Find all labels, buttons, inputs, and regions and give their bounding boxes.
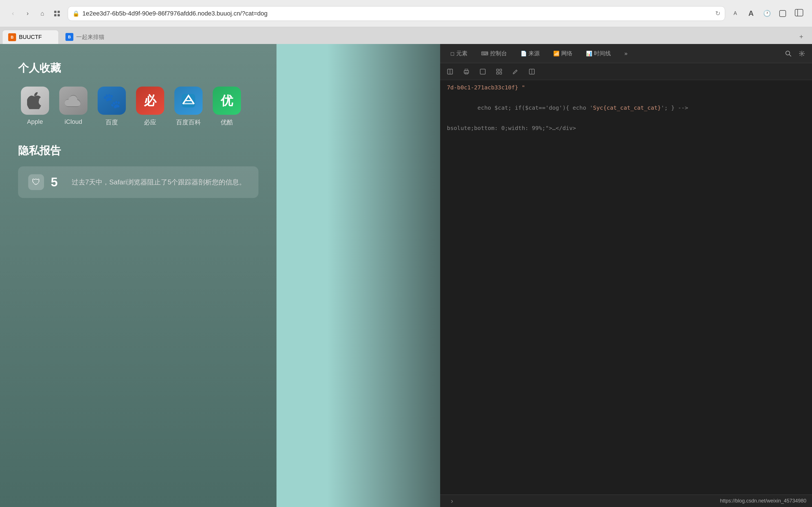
svg-point-20 [786, 51, 790, 55]
tab-bar: B BUUCTF B 一起来排猫 + [0, 27, 812, 44]
devtools-tab-more[interactable]: » [619, 48, 633, 59]
svg-rect-5 [795, 9, 803, 16]
tab-bar-right: + [795, 31, 812, 44]
status-bar: › https://blog.csdn.net/weixin_45734980 [440, 495, 812, 507]
bookmark-label-icloud: iCloud [65, 118, 82, 125]
address-bar-container[interactable]: 🔒 ↻ [68, 6, 725, 21]
devtools-search-button[interactable] [783, 48, 794, 59]
svg-line-21 [789, 54, 791, 56]
font-large-button[interactable]: A [745, 8, 757, 19]
tab-bar-left: B BUUCTF B 一起来排猫 [0, 30, 116, 44]
bookmark-icon-baidu: 🐾 [98, 87, 126, 115]
new-tab-button[interactable]: + [795, 31, 808, 43]
svg-rect-28 [480, 69, 485, 74]
more-tab-label: » [625, 50, 628, 57]
privacy-card: 🛡 5 过去7天中，Safari浏览器阻止了5个跟踪器剖析您的信息。 [18, 166, 259, 198]
bookmark-youku[interactable]: 优 优酷 [210, 87, 244, 127]
devtools-action-buttons [783, 48, 808, 59]
devtools-layout-btn1[interactable] [477, 66, 488, 77]
privacy-shield-icon: 🔒 [72, 10, 79, 17]
bookmark-label-biyao: 必应 [144, 118, 156, 127]
devtools-edit-btn[interactable] [510, 66, 521, 77]
privacy-description: 过去7天中，Safari浏览器阻止了5个跟踪器剖析您的信息。 [72, 178, 248, 187]
devtools-panel: ◻ 元素 ⌨ 控制台 📄 来源 📶 网络 📊 时间线 » [440, 44, 812, 507]
svg-rect-32 [500, 72, 502, 74]
privacy-section-title: 隐私报告 [18, 144, 259, 158]
tab-favicon-buuctf: B [8, 33, 16, 41]
devtools-split-btn[interactable] [527, 66, 537, 77]
bookmark-icon-baidubaike [174, 87, 203, 115]
url-input[interactable] [83, 10, 712, 17]
svg-point-22 [801, 53, 803, 54]
svg-rect-30 [500, 69, 502, 71]
tab-buuctf[interactable]: B BUUCTF [2, 30, 59, 44]
bookmark-apple[interactable]: Apple [18, 87, 52, 127]
browser-actions: A A 🕐 [729, 7, 805, 20]
svg-rect-31 [497, 72, 498, 74]
bookmark-label-youku: 优酷 [221, 118, 233, 127]
svg-rect-0 [54, 11, 56, 13]
tab-favicon-yiqilaipai: B [65, 33, 73, 41]
console-tab-icon: ⌨ [481, 51, 488, 57]
browser-page: 个人收藏 Apple [0, 44, 440, 507]
svg-rect-24 [449, 69, 451, 74]
svg-rect-2 [54, 14, 56, 16]
new-tab-panel: 个人收藏 Apple [0, 44, 276, 507]
devtools-tab-sources[interactable]: 📄 来源 [515, 47, 545, 59]
share-button[interactable] [777, 8, 788, 19]
devtools-secondary-toolbar [440, 63, 812, 80]
reload-button[interactable]: ↻ [715, 10, 720, 17]
code-line-1: 7d-b0c1-271acb33c10f} " [440, 82, 812, 93]
bookmark-label-apple: Apple [27, 118, 43, 125]
devtools-print-btn[interactable] [461, 66, 472, 77]
tab-yiqilaipai[interactable]: B 一起来排猫 [60, 30, 116, 44]
devtools-tab-elements[interactable]: ◻ 元素 [445, 47, 473, 59]
privacy-count: 5 [51, 175, 65, 189]
timeline-tab-icon: 📊 [586, 51, 592, 57]
network-tab-icon: 📶 [553, 51, 559, 57]
browser-chrome: ‹ › ⌂ 🔒 ↻ A A 🕐 [0, 0, 812, 27]
bookmark-biyao[interactable]: 必 必应 [133, 87, 167, 127]
main-content: 个人收藏 Apple [0, 44, 812, 507]
devtools-toolbar: ◻ 元素 ⌨ 控制台 📄 来源 📶 网络 📊 时间线 » [440, 44, 812, 63]
svg-rect-1 [58, 11, 60, 13]
devtools-tab-console[interactable]: ⌨ 控制台 [475, 47, 512, 59]
font-small-button[interactable]: A [729, 8, 741, 19]
bookmark-label-baidubaike: 百度百科 [176, 118, 201, 127]
bookmark-baidubaike[interactable]: 百度百科 [171, 87, 205, 127]
elements-tab-label: 元素 [456, 50, 468, 57]
svg-rect-8 [183, 103, 194, 104]
bookmark-icon-biyao: 必 [136, 87, 164, 115]
devtools-code-content[interactable]: 7d-b0c1-271acb33c10f} " echo $cat; if($c… [440, 80, 812, 495]
timeline-tab-label: 时间线 [594, 50, 611, 57]
svg-rect-4 [779, 10, 786, 17]
bookmark-label-baidu: 百度 [106, 118, 118, 127]
bookmarks-grid: Apple iCloud [18, 87, 259, 127]
code-line-3: bsolute;bottom: 0;width: 99%;">…</div> [440, 123, 812, 133]
home-button[interactable]: ⌂ [36, 7, 49, 20]
elements-tab-icon: ◻ [450, 51, 454, 57]
devtools-layout-btn2[interactable] [494, 66, 504, 77]
forward-button[interactable]: › [21, 7, 34, 20]
sources-tab-label: 来源 [529, 50, 540, 57]
history-button[interactable]: 🕐 [761, 8, 772, 19]
status-arrow-button[interactable]: › [446, 495, 458, 507]
tab-label-buuctf: BUUCTF [19, 34, 42, 40]
bookmark-baidu[interactable]: 🐾 百度 [95, 87, 129, 127]
bookmark-icon-apple [21, 87, 49, 115]
code-line-2: echo $cat; if($cat=='dog'){ echo 'Syc{ca… [440, 93, 812, 123]
sidebar-toggle-button[interactable] [793, 7, 805, 20]
svg-rect-3 [58, 14, 60, 16]
bookmark-icloud[interactable]: iCloud [56, 87, 90, 127]
devtools-tab-timeline[interactable]: 📊 时间线 [580, 47, 616, 59]
devtools-mode-select-btn[interactable] [445, 66, 455, 77]
bookmark-icon-youku: 优 [213, 87, 241, 115]
bookmark-icon-icloud [59, 87, 88, 115]
tab-label-yiqilaipai: 一起来排猫 [76, 33, 104, 41]
console-tab-label: 控制台 [490, 50, 507, 57]
grid-button[interactable] [51, 7, 63, 20]
devtools-settings-button[interactable] [796, 48, 808, 59]
page-right-gradient [327, 44, 440, 507]
devtools-tab-network[interactable]: 📶 网络 [548, 47, 578, 59]
back-button[interactable]: ‹ [7, 7, 19, 20]
